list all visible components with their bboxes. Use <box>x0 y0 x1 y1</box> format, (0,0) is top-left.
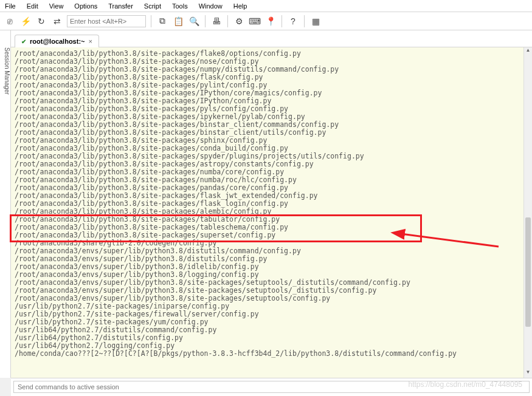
menu-edit[interactable]: Edit <box>27 2 38 10</box>
menu-window[interactable]: Window <box>199 2 223 10</box>
menu-tools[interactable]: Tools <box>172 2 188 10</box>
toolbar-separator <box>205 15 206 27</box>
vertical-scrollbar[interactable]: ▲ ▼ <box>523 47 532 378</box>
pin-icon[interactable]: 📍 <box>264 15 277 27</box>
disconnect-icon[interactable]: ⇄ <box>51 15 63 27</box>
paste-icon[interactable]: 📋 <box>172 15 184 27</box>
settings-icon[interactable]: ⚙ <box>233 15 245 27</box>
terminal-line: /home/conda/cao???[2~??[D?[C?[A?[B/pkgs/… <box>15 350 528 358</box>
reconnect-icon[interactable]: ↻ <box>35 15 47 27</box>
connect-icon[interactable]: ⎚ <box>4 15 16 27</box>
main-area: Session Manager ✔ root@localhost:~ × /ro… <box>0 30 532 378</box>
terminal-wrap: ✔ root@localhost:~ × /root/anaconda3/lib… <box>11 30 532 378</box>
status-dot-icon: ✔ <box>21 38 26 45</box>
menu-transfer[interactable]: Transfer <box>108 2 133 10</box>
menu-view[interactable]: View <box>49 2 64 10</box>
menu-options[interactable]: Options <box>74 2 97 10</box>
toolbar-separator <box>151 15 151 27</box>
keyboard-icon[interactable]: ⌨ <box>249 15 261 27</box>
menubar: File Edit View Options Transfer Script T… <box>0 0 532 12</box>
quick-connect-icon[interactable]: ⚡ <box>19 15 32 27</box>
toolbar-separator <box>282 15 282 27</box>
tabbar: ✔ root@localhost:~ × <box>11 30 532 47</box>
scroll-thumb[interactable] <box>525 217 531 327</box>
tab-close-icon[interactable]: × <box>88 38 92 45</box>
toolbar-separator <box>304 15 305 27</box>
find-icon[interactable]: 🔍 <box>188 15 200 27</box>
toolbar: ⎚ ⚡ ↻ ⇄ ⧉ 📋 🔍 🖶 ⚙ ⌨ 📍 ? ▦ <box>0 12 532 30</box>
toolbar-separator <box>227 15 228 27</box>
grid-icon[interactable]: ▦ <box>309 15 322 27</box>
copy-icon[interactable]: ⧉ <box>156 15 168 27</box>
command-input[interactable] <box>13 381 530 393</box>
tab-title: root@localhost:~ <box>30 38 85 45</box>
session-manager-sidebar[interactable]: Session Manager <box>0 30 11 378</box>
help-icon[interactable]: ? <box>287 15 299 27</box>
print-icon[interactable]: 🖶 <box>210 15 223 27</box>
terminal-output[interactable]: /root/anaconda3/lib/python3.8/site-packa… <box>11 47 532 378</box>
tab-session[interactable]: ✔ root@localhost:~ × <box>15 35 99 47</box>
scroll-down-icon[interactable]: ▼ <box>524 369 532 378</box>
menu-script[interactable]: Script <box>144 2 161 10</box>
host-input[interactable] <box>67 15 146 27</box>
menu-file[interactable]: File <box>5 2 16 10</box>
scroll-up-icon[interactable]: ▲ <box>524 47 532 56</box>
command-bar-wrap <box>11 378 532 396</box>
menu-help[interactable]: Help <box>233 2 247 10</box>
